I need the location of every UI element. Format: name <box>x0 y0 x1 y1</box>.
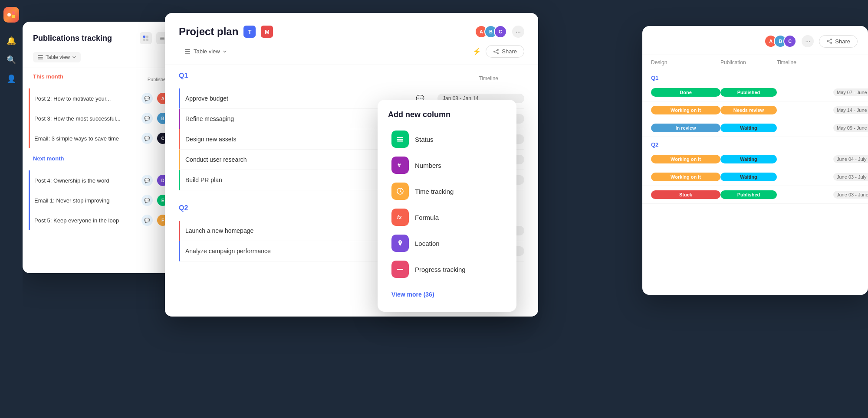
right-q1-title: Q1 <box>642 70 868 84</box>
chat-icon: 💬 <box>141 113 153 124</box>
column-option-formula[interactable]: fx Formula <box>388 204 506 230</box>
svg-rect-21 <box>397 137 403 138</box>
design-badge: Working on it <box>651 106 720 114</box>
q1-title: Q1 <box>179 72 188 80</box>
right-table-row[interactable]: Done Published May 07 - June 09 <box>642 84 868 101</box>
pub-header: Publications tracking <box>23 22 179 49</box>
design-badge: Done <box>651 88 720 97</box>
right-table-row[interactable]: Stuck Published June 03 - June 12 <box>642 186 868 204</box>
right-table-row[interactable]: Working on it Waiting June 04 - July 05 <box>642 150 868 168</box>
svg-rect-8 <box>160 38 164 39</box>
svg-rect-14 <box>185 51 190 52</box>
right-panel: A B C ··· Share Design Publication Timel… <box>642 26 868 295</box>
col-option-location-label: Location <box>415 240 440 247</box>
design-badge: Stuck <box>651 190 720 199</box>
chat-icon: 💬 <box>141 195 153 206</box>
publication-badge: Published <box>720 88 777 97</box>
chat-icon: 💬 <box>141 215 153 226</box>
list-item[interactable]: Email: 3 simple ways to save time 💬 C <box>29 128 168 148</box>
svg-point-29 <box>830 39 832 40</box>
right-table-row[interactable]: In review Waiting May 09 - June 23 <box>642 119 868 137</box>
add-col-title: Add new column <box>388 110 506 119</box>
avatar: C <box>494 25 507 38</box>
more-options-btn[interactable]: ··· <box>512 26 524 38</box>
right-share-btn[interactable]: Share <box>819 35 858 48</box>
svg-rect-15 <box>185 53 190 54</box>
q2-title: Q2 <box>179 204 188 212</box>
svg-line-33 <box>829 42 830 42</box>
svg-point-17 <box>493 51 495 52</box>
publication-badge: Waiting <box>720 155 777 163</box>
timeline-badge: May 14 - June 16 <box>833 106 868 114</box>
proj-badge-t: T <box>243 26 256 38</box>
timeline-badge: June 04 - July 05 <box>833 155 868 163</box>
logo <box>3 7 19 23</box>
chat-icon: 💬 <box>141 175 153 186</box>
list-item[interactable]: Post 2: How to motivate your... 💬 A <box>29 88 168 108</box>
svg-point-18 <box>497 52 499 54</box>
share-button[interactable]: Share <box>486 45 524 58</box>
this-month-title: This month <box>33 73 63 80</box>
proj-toolbar: Table view ⚡ Share <box>165 45 538 65</box>
proj-view-btn[interactable]: Table view <box>179 46 232 58</box>
publication-badge: Needs review <box>720 106 777 114</box>
right-avatar-group: A B C <box>764 35 796 48</box>
time-tracking-icon <box>391 183 409 200</box>
list-item[interactable]: Post 5: Keep everyone in the loop 💬 F <box>29 210 168 230</box>
proj-toolbar-right: ⚡ Share <box>473 45 524 58</box>
nav-home-icon[interactable]: 🔔 <box>3 33 19 49</box>
column-option-time[interactable]: Time tracking <box>388 178 506 204</box>
nav-search-icon[interactable]: 🔍 <box>3 52 19 68</box>
timeline-badge: June 03 - June 12 <box>833 191 868 199</box>
filter-icon[interactable]: ⚡ <box>473 47 481 56</box>
svg-line-19 <box>495 50 497 51</box>
view-more-link[interactable]: View more (36) <box>388 287 506 301</box>
svg-rect-3 <box>143 36 145 38</box>
svg-rect-23 <box>397 140 403 142</box>
svg-point-0 <box>7 13 11 16</box>
proj-header-right: A B C ··· <box>475 25 524 38</box>
pub-view-btn[interactable]: Table view <box>33 52 81 62</box>
nav-user-icon[interactable]: 👤 <box>3 71 19 87</box>
svg-point-31 <box>830 42 832 44</box>
svg-rect-10 <box>38 55 43 56</box>
right-q2-title: Q2 <box>642 137 868 150</box>
col-option-progress-label: Progress tracking <box>415 266 466 273</box>
pub-content: This month Published Post 2: How to moti… <box>23 73 179 273</box>
list-item[interactable]: Email 1: Never stop improving 💬 E <box>29 190 168 210</box>
right-panel-header: A B C ··· Share <box>642 26 868 55</box>
col-option-status-label: Status <box>415 136 434 143</box>
column-option-location[interactable]: Location <box>388 230 506 256</box>
proj-title-row: Project plan T M <box>179 26 273 38</box>
column-option-numbers[interactable]: # Numbers <box>388 152 506 178</box>
column-option-status[interactable]: Status <box>388 126 506 152</box>
col-header-publication: Publication <box>720 59 777 65</box>
list-item[interactable]: Post 4: Ownership is the word 💬 D <box>29 170 168 190</box>
col-option-numbers-label: Numbers <box>415 162 441 169</box>
sidebar-nav: 🔔 🔍 👤 <box>0 0 23 418</box>
publications-panel: Publications tracking Table vie <box>23 22 179 273</box>
svg-rect-12 <box>38 59 43 59</box>
col-header-design: Design <box>651 59 720 65</box>
svg-rect-7 <box>160 37 164 38</box>
column-option-progress[interactable]: Progress tracking <box>388 256 506 282</box>
publication-badge: Waiting <box>720 124 777 132</box>
formula-icon: fx <box>391 209 409 226</box>
proj-badge-m: M <box>261 26 273 38</box>
svg-text:fx: fx <box>397 214 402 220</box>
svg-line-32 <box>829 40 830 41</box>
pub-icon-table[interactable] <box>140 32 152 44</box>
right-table-row[interactable]: Working on it Needs review May 14 - June… <box>642 101 868 119</box>
progress-icon <box>391 261 409 278</box>
pub-toolbar: Table view <box>23 49 179 68</box>
proj-header: Project plan T M A B C ··· <box>165 13 538 45</box>
avatar: C <box>783 35 796 48</box>
svg-point-30 <box>827 40 829 42</box>
list-item[interactable]: Post 3: How the most successful... 💬 B <box>29 108 168 128</box>
right-more-btn[interactable]: ··· <box>802 35 814 47</box>
svg-rect-6 <box>146 39 148 41</box>
col-header-timeline: Timeline <box>777 59 833 65</box>
chat-icon: 💬 <box>141 133 153 144</box>
right-table-row[interactable]: Working on it Waiting June 03 - July 12 <box>642 168 868 186</box>
design-badge: In review <box>651 124 720 132</box>
